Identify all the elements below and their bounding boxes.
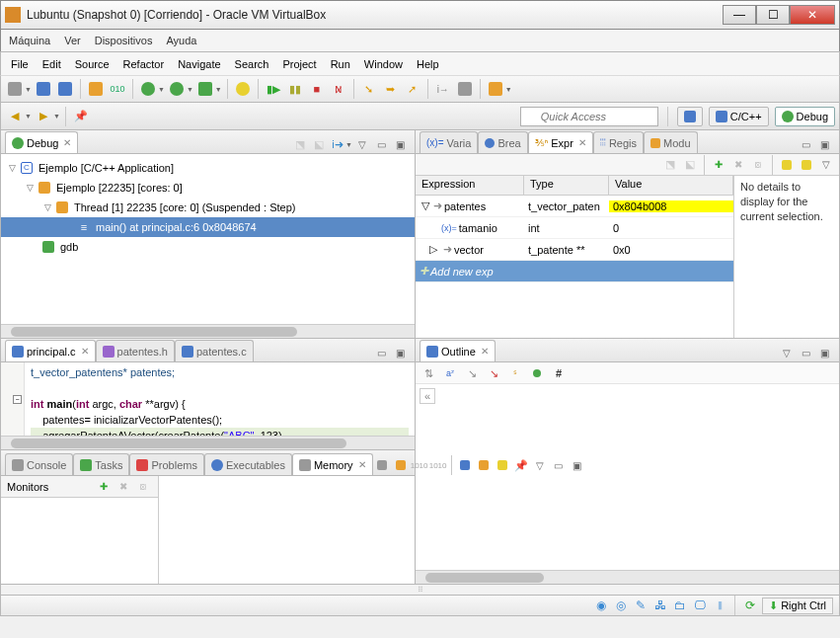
hdd-icon[interactable]: ◉ xyxy=(593,598,609,613)
tab-close[interactable]: ✕ xyxy=(481,346,489,357)
outline-filter-az[interactable]: aᶻ xyxy=(441,364,459,382)
mem-btn1[interactable] xyxy=(373,456,391,474)
tab-variables[interactable]: (x)=Varia xyxy=(420,131,478,153)
menu-source[interactable]: Source xyxy=(75,58,110,70)
outline-filter1[interactable]: ↘ xyxy=(463,364,481,382)
expand-toggle[interactable]: ▽ xyxy=(40,202,54,212)
tab-outline[interactable]: Outline ✕ xyxy=(420,340,496,361)
disconnect-button[interactable]: N̷ xyxy=(329,79,348,99)
menu-run[interactable]: Run xyxy=(331,58,350,70)
col-type[interactable]: Type xyxy=(524,176,609,195)
menu-refactor[interactable]: Refactor xyxy=(123,58,165,70)
expressions-table[interactable]: Expression Type Value ▽➜patentes t_vecto… xyxy=(416,176,734,338)
add-monitor-button[interactable]: ✚ xyxy=(95,478,113,496)
outline-filter-o[interactable] xyxy=(528,364,546,382)
profile-button[interactable] xyxy=(195,79,215,99)
network-icon[interactable]: 🖧 xyxy=(652,598,668,613)
mem-btn4[interactable]: 1010 xyxy=(429,456,447,474)
tree-row-app[interactable]: ▽ C Ejemplo [C/C++ Application] xyxy=(1,158,415,178)
quick-access-input[interactable] xyxy=(520,107,658,126)
step-over-button[interactable]: ➥ xyxy=(381,79,401,99)
debug-toolbar-btn2[interactable]: ⬕ xyxy=(310,135,328,153)
tree-row-gdb[interactable]: gdb xyxy=(1,237,415,257)
expr-collapse-button[interactable] xyxy=(778,156,796,174)
expand-toggle[interactable]: ▽ xyxy=(5,163,19,173)
pin-button[interactable]: 📌 xyxy=(71,107,91,126)
fold-toggle[interactable]: − xyxy=(13,395,22,404)
tab-close[interactable]: ✕ xyxy=(81,346,89,357)
build-button[interactable] xyxy=(86,79,106,99)
debug-button[interactable] xyxy=(138,79,158,99)
expr-btn1[interactable]: ⬔ xyxy=(661,156,679,174)
mem-layout3[interactable] xyxy=(494,456,511,474)
menu-ayuda[interactable]: Ayuda xyxy=(166,35,196,46)
new-button[interactable] xyxy=(5,79,25,99)
save-button[interactable] xyxy=(34,79,53,99)
debug-toolbar-btn1[interactable]: ⬔ xyxy=(291,135,309,153)
menu-search[interactable]: Search xyxy=(235,58,269,70)
mouse-integration-icon[interactable]: ⟳ xyxy=(742,598,758,613)
tab-debug-close[interactable]: ✕ xyxy=(63,137,71,148)
minimize-button[interactable]: — xyxy=(723,5,756,25)
restart-button[interactable] xyxy=(486,79,505,99)
outline-filter-s[interactable]: ˢ xyxy=(506,364,524,382)
col-value[interactable]: Value xyxy=(609,176,733,195)
shared-folder-icon[interactable]: 🗀 xyxy=(672,598,688,613)
mem-minimize[interactable]: ▭ xyxy=(550,456,568,474)
tab-modules[interactable]: Modu xyxy=(644,131,698,153)
open-perspective-button[interactable] xyxy=(677,107,703,126)
debug-minimize[interactable]: ▭ xyxy=(372,135,390,153)
nav-back-button[interactable]: ◀ xyxy=(5,107,25,126)
display-icon[interactable]: 🖵 xyxy=(692,598,708,613)
build-all-button[interactable]: 010 xyxy=(108,79,127,99)
mem-btn2[interactable] xyxy=(392,456,410,474)
instruction-step-button[interactable]: i→ xyxy=(433,79,453,99)
expr-remove-button[interactable]: ✖ xyxy=(729,156,747,174)
tab-patentes-h[interactable]: patentes.h xyxy=(96,340,175,361)
vars-minimize[interactable]: ▭ xyxy=(797,135,814,153)
expr-btn2[interactable]: ⬕ xyxy=(681,156,699,174)
editor-minimize[interactable]: ▭ xyxy=(372,344,390,361)
debug-view-menu[interactable]: ▽ xyxy=(353,135,371,153)
tab-registers[interactable]: ⦙⦙⦙Regis xyxy=(593,131,644,153)
code-editor[interactable]: − t_vector_patentens* patentes; int main… xyxy=(1,362,415,436)
recording-icon[interactable]: ⦀ xyxy=(712,598,727,613)
debug-tree[interactable]: ▽ C Ejemplo [C/C++ Application] ▽ Ejempl… xyxy=(1,154,415,324)
close-button[interactable]: ✕ xyxy=(790,5,835,25)
mem-layout2[interactable] xyxy=(475,456,493,474)
remove-all-monitors-button[interactable]: ⦻ xyxy=(134,478,152,496)
mem-pin[interactable]: 📌 xyxy=(512,456,530,474)
tree-row-process[interactable]: ▽ Ejemplo [22235] [cores: 0] xyxy=(1,178,415,198)
mem-maximize[interactable]: ▣ xyxy=(569,456,586,474)
debug-maximize[interactable]: ▣ xyxy=(391,135,409,153)
outline-minimize[interactable]: ▭ xyxy=(797,344,814,361)
usb-icon[interactable]: ✎ xyxy=(633,598,649,613)
host-key-indicator[interactable]: ⬇Right Ctrl xyxy=(762,598,833,614)
remove-monitor-button[interactable]: ✖ xyxy=(115,478,132,496)
menu-dispositivos[interactable]: Dispositivos xyxy=(95,35,153,46)
menu-edit[interactable]: Edit xyxy=(42,58,61,70)
drop-to-frame-button[interactable] xyxy=(455,79,475,99)
expr-add-button[interactable]: ✚ xyxy=(710,156,727,174)
tab-problems[interactable]: Problems xyxy=(129,453,203,475)
save-all-button[interactable] xyxy=(55,79,75,99)
outline-sort-btn[interactable]: ⇅ xyxy=(420,364,437,382)
step-return-button[interactable]: ➚ xyxy=(403,79,422,99)
run-button[interactable] xyxy=(167,79,187,99)
outline-tree[interactable]: « xyxy=(416,384,839,570)
tab-debug[interactable]: Debug ✕ xyxy=(5,131,78,153)
menu-window[interactable]: Window xyxy=(364,58,403,70)
col-expression[interactable]: Expression xyxy=(416,176,524,195)
menu-maquina[interactable]: Máquina xyxy=(9,35,50,46)
tab-console[interactable]: Console xyxy=(5,453,73,475)
sash-handle[interactable]: ⠿ xyxy=(0,585,840,595)
skip-breakpoints-button[interactable] xyxy=(233,79,253,99)
outline-view-menu[interactable]: ▽ xyxy=(778,344,796,361)
optical-icon[interactable]: ◎ xyxy=(613,598,629,613)
terminate-button[interactable]: ■ xyxy=(307,79,327,99)
expr-remove-all-button[interactable]: ⦻ xyxy=(749,156,767,174)
debug-hscroll[interactable] xyxy=(1,324,415,338)
tab-close[interactable]: ✕ xyxy=(358,459,366,470)
tab-close[interactable]: ✕ xyxy=(578,137,586,148)
tree-row-frame[interactable]: ≡ main() at principal.c:6 0x8048674 xyxy=(1,217,415,237)
